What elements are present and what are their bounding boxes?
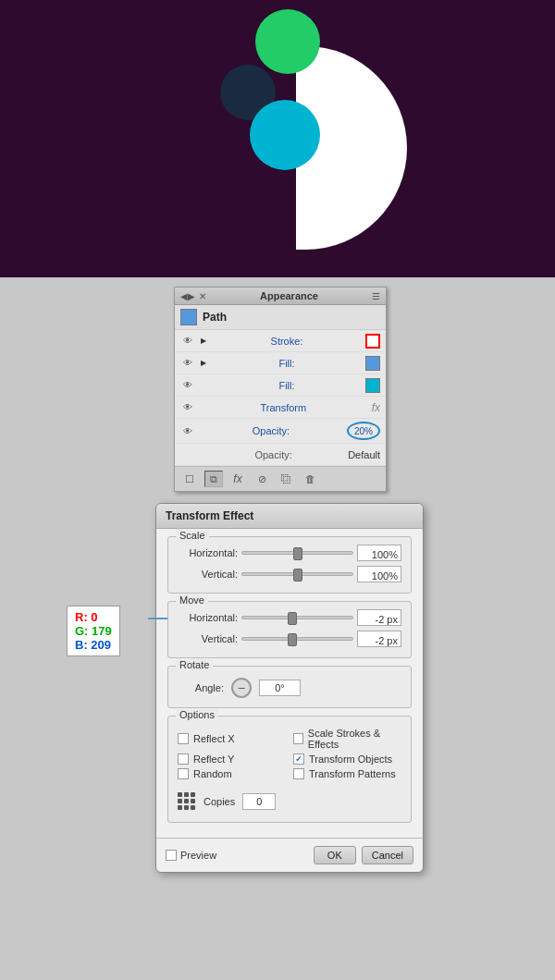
scale-h-value[interactable]: 100% [357, 545, 401, 561]
scale-section: Scale Horizontal: 100% Vertical: 100% [167, 536, 412, 594]
reflect-y-checkbox[interactable] [178, 753, 189, 765]
opacity-value-text: 20% [354, 426, 373, 436]
opacity-value-display[interactable]: 20% [347, 422, 380, 440]
delete-icon[interactable]: 🗑 [301, 471, 319, 487]
fill2-swatch [365, 378, 380, 393]
stroke-row: 👁 ▶ Stroke: [175, 330, 386, 352]
panel-collapse-arrows[interactable]: ◀▶ [180, 291, 195, 301]
options-grid: Reflect X Scale Strokes & Effects Reflec… [178, 724, 401, 779]
transform-objects-row: ✓ Transform Objects [293, 753, 401, 765]
stroke-swatch [365, 334, 380, 349]
angle-label: Angle: [178, 682, 224, 693]
scale-strokes-checkbox[interactable] [293, 733, 303, 744]
move-h-thumb[interactable] [288, 612, 297, 625]
scale-vertical-row: Vertical: 100% [178, 566, 401, 582]
fx-icon: fx [372, 401, 380, 414]
fx-button[interactable]: fx [228, 471, 247, 487]
opacity-visibility-eye[interactable]: 👁 [180, 425, 195, 436]
fill1-label: Fill: [212, 358, 362, 369]
opacity2-row: Opacity: Default [175, 444, 386, 466]
scale-v-value[interactable]: 100% [357, 566, 401, 582]
transform-patterns-row: Transform Patterns [293, 768, 401, 779]
random-row: Random [178, 768, 286, 779]
rotate-section: Rotate Angle: − [167, 666, 412, 708]
duplicate-icon[interactable]: ⧉ [204, 471, 223, 487]
reflect-y-row: Reflect Y [178, 753, 286, 765]
angle-row: Angle: − [178, 674, 401, 702]
move-legend: Move [176, 594, 208, 606]
random-checkbox[interactable] [178, 768, 189, 779]
fill2-visibility-eye[interactable]: 👁 [180, 380, 195, 391]
move-v-thumb[interactable] [288, 633, 297, 646]
transform-patterns-checkbox[interactable] [293, 768, 304, 779]
appearance-toolbar: ☐ ⧉ fx ⊘ ⿻ 🗑 [175, 466, 386, 491]
scale-h-thumb[interactable] [293, 547, 302, 560]
cancel-button[interactable]: Cancel [362, 846, 413, 864]
scale-v-thumb[interactable] [293, 569, 302, 582]
cyan-circle [250, 100, 320, 170]
scale-h-label: Horizontal: [178, 547, 238, 558]
dialog-footer: Preview OK Cancel [156, 838, 423, 872]
transform-dialog: Transform Effect Scale Horizontal: 100% … [155, 503, 424, 873]
angle-minus-icon: − [238, 681, 245, 694]
move-v-value[interactable]: -2 px [357, 631, 401, 647]
preview-checkbox[interactable] [166, 850, 177, 861]
rotate-legend: Rotate [176, 659, 213, 670]
dialog-buttons: OK Cancel [314, 846, 413, 864]
ok-button[interactable]: OK [314, 846, 356, 864]
copies-icon [178, 792, 196, 811]
scale-h-slider[interactable] [241, 551, 353, 555]
fill2-row: 👁 Fill: [175, 374, 386, 397]
scale-v-slider[interactable] [241, 572, 353, 576]
transform-dialog-title: Transform Effect [156, 504, 423, 529]
transform-objects-checkbox[interactable]: ✓ [293, 753, 304, 765]
copies-row: Copies [178, 787, 401, 816]
transform-row: 👁 Transform fx [175, 397, 386, 419]
path-label: Path [203, 311, 227, 324]
path-color-swatch [180, 309, 197, 325]
color-g-value: G: 179 [75, 624, 112, 638]
color-b-value: B: 209 [75, 638, 112, 652]
opacity2-label: Opacity: [203, 449, 344, 460]
options-section: Options Reflect X Scale Strokes & Effect… [167, 716, 412, 823]
move-section: Move Horizontal: -2 px Vertical: -2 px [167, 601, 412, 658]
stroke-expand-arrow[interactable]: ▶ [199, 337, 208, 346]
clear-icon[interactable]: ⊘ [253, 471, 271, 487]
reflect-x-checkbox[interactable] [178, 733, 189, 744]
reflect-x-label: Reflect X [193, 733, 235, 744]
copies-label: Copies [204, 796, 235, 807]
move-v-slider[interactable] [241, 637, 353, 641]
new-layer-icon[interactable]: ☐ [180, 471, 199, 487]
angle-value-input[interactable] [259, 680, 301, 696]
move-vertical-row: Vertical: -2 px [178, 631, 401, 647]
scale-strokes-row: Scale Strokes & Effects [293, 728, 401, 750]
green-circle [255, 9, 320, 74]
transform-objects-checkmark: ✓ [295, 754, 302, 764]
transform-body: Scale Horizontal: 100% Vertical: 100% [156, 529, 423, 838]
reflect-x-row: Reflect X [178, 728, 286, 750]
scale-legend: Scale [176, 530, 209, 541]
opacity-label: Opacity: [199, 425, 343, 436]
copies-input[interactable] [242, 793, 276, 810]
fill1-expand-arrow[interactable]: ▶ [199, 359, 208, 368]
transform-label: Transform [199, 402, 368, 413]
transform-visibility-eye[interactable]: 👁 [180, 402, 195, 413]
canvas-area [0, 0, 555, 277]
stroke-visibility-eye[interactable]: 👁 [180, 336, 195, 347]
color-tooltip: R: 0 G: 179 B: 209 [67, 606, 120, 656]
angle-dial[interactable]: − [231, 678, 252, 698]
stroke-label: Stroke: [212, 336, 362, 347]
scale-horizontal-row: Horizontal: 100% [178, 545, 401, 561]
move-h-value[interactable]: -2 px [357, 609, 401, 626]
move-h-slider[interactable] [241, 616, 353, 619]
fill1-visibility-eye[interactable]: 👁 [180, 358, 195, 369]
copy-item-icon[interactable]: ⿻ [277, 471, 295, 487]
opacity2-value: Default [348, 449, 380, 460]
options-legend: Options [176, 709, 218, 720]
path-row: Path [175, 305, 386, 330]
scale-v-label: Vertical: [178, 569, 238, 580]
panel-close-button[interactable]: ✕ [199, 291, 206, 301]
appearance-menu-icon[interactable]: ☰ [372, 291, 380, 301]
appearance-panel: ◀▶ ✕ Appearance ☰ Path 👁 ▶ Stroke: 👁 ▶ F… [174, 287, 387, 492]
panels-area: R: 0 G: 179 B: 209 ◀▶ ✕ Appearance ☰ Pat… [0, 277, 555, 980]
